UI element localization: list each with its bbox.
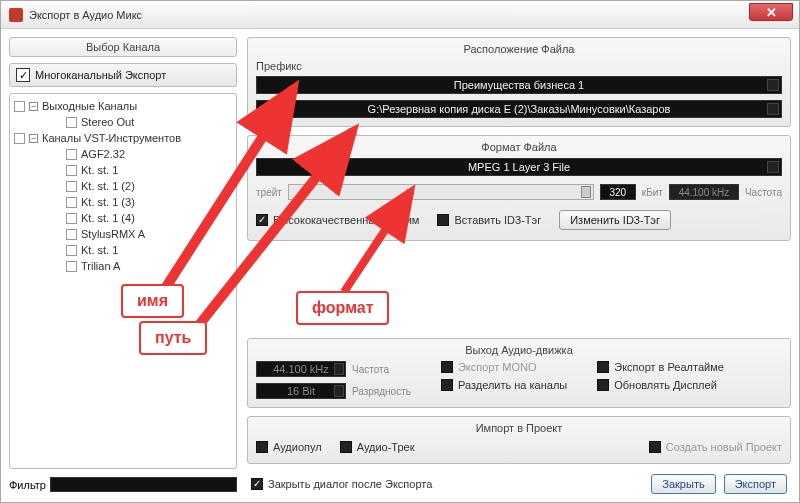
bitrate-slider[interactable] (288, 184, 594, 200)
tree-checkbox[interactable] (66, 117, 77, 128)
tree-checkbox[interactable] (66, 181, 77, 192)
freq-select[interactable]: 44.100 kHz (256, 361, 346, 377)
format-value: MPEG 1 Layer 3 File (468, 161, 570, 173)
id3-insert-checkbox[interactable] (437, 214, 449, 226)
filter-label: Фильтр (9, 479, 46, 491)
tree-checkbox[interactable] (14, 101, 25, 112)
id3-insert-label: Вставить ID3-Тэг (454, 214, 541, 226)
id3-insert-option[interactable]: Вставить ID3-Тэг (437, 214, 541, 226)
pool-checkbox[interactable] (256, 441, 268, 453)
realtime-checkbox[interactable] (597, 361, 609, 373)
tree-item[interactable]: AGF2.32 (81, 148, 125, 160)
tree-checkbox[interactable] (66, 213, 77, 224)
file-format-title: Формат Файла (256, 141, 782, 153)
pool-option[interactable]: Аудиопул (256, 441, 322, 453)
prefix-label: Префикс (256, 60, 302, 72)
dropdown-icon[interactable] (767, 161, 779, 173)
tree-group[interactable]: Выходные Каналы (42, 100, 137, 112)
tree-checkbox[interactable] (66, 197, 77, 208)
hq-label: Высококачественный Режим (273, 214, 419, 226)
export-button[interactable]: Экспорт (724, 474, 787, 494)
hq-checkbox[interactable] (256, 214, 268, 226)
project-title: Импорт в Проект (256, 422, 782, 434)
collapse-icon[interactable]: − (29, 134, 38, 143)
tree-group[interactable]: Каналы VST-Инструментов (42, 132, 181, 144)
closeafter-option[interactable]: Закрыть диалог после Экспорта (251, 478, 432, 490)
channel-panel-title: Выбор Канала (10, 38, 236, 56)
prefix-input[interactable]: Преимущества бизнеса 1 (256, 76, 782, 94)
file-location-title: Расположение Файла (256, 43, 782, 55)
multichannel-row[interactable]: Многоканальный Экспорт (9, 63, 237, 87)
tree-item[interactable]: Kt. st. 1 (81, 244, 118, 256)
engine-title: Выход Аудио-движка (256, 344, 782, 356)
close-icon[interactable]: ✕ (749, 3, 793, 21)
tree-checkbox[interactable] (66, 245, 77, 256)
file-location-section: Расположение Файла Префикс Преимущества … (247, 37, 791, 127)
dropdown-icon[interactable] (767, 103, 779, 115)
footer: Закрыть диалог после Экспорта Закрыть Эк… (247, 472, 791, 494)
tree-item[interactable]: Trilian A (81, 260, 120, 272)
freq-label: Частота (745, 187, 782, 198)
file-format-section: Формат Файла MPEG 1 Layer 3 File трейт 3… (247, 135, 791, 241)
refresh-option[interactable]: Обновлять Дисплей (597, 379, 724, 391)
collapse-icon[interactable]: − (29, 102, 38, 111)
realtime-option[interactable]: Экспорт в Реалтайме (597, 361, 724, 373)
kbit-label: кБит (642, 187, 663, 198)
import-project-section: Импорт в Проект Аудиопул Аудио-Трек Созд… (247, 416, 791, 464)
channel-select-panel: Выбор Канала (9, 37, 237, 57)
tree-item[interactable]: Kt. st. 1 (2) (81, 180, 135, 192)
filter-row: Фильтр (9, 475, 237, 494)
newproj-option: Создать новый Проект (649, 441, 782, 453)
path-value: G:\Резервная копия диска E (2)\Заказы\Ми… (368, 103, 671, 115)
dropdown-icon[interactable] (767, 79, 779, 91)
tree-item[interactable]: Stereo Out (81, 116, 134, 128)
mono-checkbox (441, 361, 453, 373)
tree-item[interactable]: StylusRMX A (81, 228, 145, 240)
tree-checkbox[interactable] (66, 149, 77, 160)
window-title: Экспорт в Аудио Микс (29, 9, 142, 21)
freq-disabled: 44.100 kHz (669, 184, 739, 200)
mono-option: Экспорт MONO (441, 361, 567, 373)
track-option[interactable]: Аудио-Трек (340, 441, 415, 453)
prefix-value: Преимущества бизнеса 1 (454, 79, 584, 91)
split-option[interactable]: Разделить на каналы (441, 379, 567, 391)
closeafter-checkbox[interactable] (251, 478, 263, 490)
engine-freq-label: Частота (352, 364, 389, 375)
split-checkbox[interactable] (441, 379, 453, 391)
tree-item[interactable]: Kt. st. 1 (4) (81, 212, 135, 224)
channel-tree[interactable]: −Выходные Каналы Stereo Out −Каналы VST-… (9, 93, 237, 469)
dropdown-icon[interactable] (334, 385, 344, 397)
refresh-checkbox[interactable] (597, 379, 609, 391)
hq-option[interactable]: Высококачественный Режим (256, 214, 419, 226)
filter-input[interactable] (50, 477, 237, 492)
newproj-checkbox (649, 441, 661, 453)
bitrate-label: трейт (256, 187, 282, 198)
dialog-window: Экспорт в Аудио Микс ✕ Выбор Канала Мног… (0, 0, 800, 503)
multichannel-checkbox[interactable] (16, 68, 30, 82)
slider-thumb[interactable] (581, 186, 591, 198)
app-icon (9, 8, 23, 22)
tree-item[interactable]: Kt. st. 1 (81, 164, 118, 176)
bitrate-value: 320 (600, 184, 636, 200)
tree-checkbox[interactable] (66, 165, 77, 176)
titlebar: Экспорт в Аудио Микс ✕ (1, 1, 799, 29)
track-checkbox[interactable] (340, 441, 352, 453)
id3-change-button[interactable]: Изменить ID3-Тэг (559, 210, 671, 230)
tree-checkbox[interactable] (14, 133, 25, 144)
multichannel-label: Многоканальный Экспорт (35, 69, 166, 81)
close-button[interactable]: Закрыть (651, 474, 715, 494)
tree-checkbox[interactable] (66, 229, 77, 240)
depth-select[interactable]: 16 Bit (256, 383, 346, 399)
dropdown-icon[interactable] (334, 363, 344, 375)
format-select[interactable]: MPEG 1 Layer 3 File (256, 158, 782, 176)
tree-checkbox[interactable] (66, 261, 77, 272)
audio-engine-section: Выход Аудио-движка 44.100 kHzЧастота 16 … (247, 338, 791, 408)
engine-depth-label: Разрядность (352, 386, 411, 397)
tree-item[interactable]: Kt. st. 1 (3) (81, 196, 135, 208)
path-input[interactable]: G:\Резервная копия диска E (2)\Заказы\Ми… (256, 100, 782, 118)
